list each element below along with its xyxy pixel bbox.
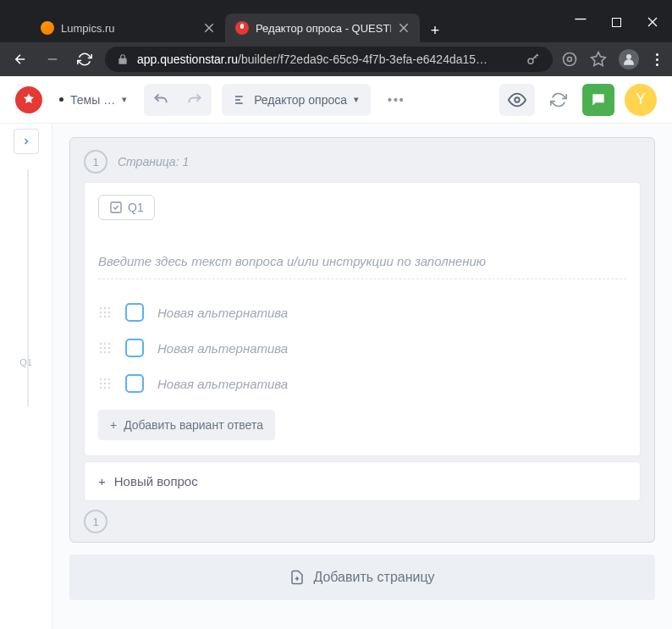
browser-menu-button[interactable] <box>651 53 664 66</box>
more-button[interactable]: ••• <box>381 93 412 107</box>
favicon-questionstar <box>235 21 249 35</box>
add-page-button[interactable]: Добавить страницу <box>69 555 655 600</box>
favicon-lumpics <box>41 21 54 35</box>
page-plus-icon <box>289 570 305 585</box>
window-close[interactable] <box>645 16 660 30</box>
editor-mode-dropdown[interactable]: Редактор опроса ▾ <box>222 84 371 116</box>
svg-point-30 <box>100 387 102 389</box>
svg-point-6 <box>100 307 102 309</box>
svg-point-32 <box>108 387 110 389</box>
svg-point-31 <box>104 387 106 389</box>
app-toolbar: Темы … ▾ Редактор опроса ▾ ••• Y <box>0 76 672 124</box>
sidebar-question-ref[interactable]: Q1 <box>19 357 32 367</box>
checkbox-input[interactable] <box>125 303 144 322</box>
redo-button[interactable] <box>178 84 212 116</box>
option-text[interactable]: Новая альтернатива <box>157 306 288 320</box>
add-option-button[interactable]: + Добавить вариант ответа <box>98 410 275 440</box>
answer-option[interactable]: Новая альтернатива <box>98 366 626 401</box>
svg-point-12 <box>100 316 102 317</box>
themes-label: Темы … <box>70 93 115 107</box>
sync-button[interactable] <box>545 86 572 113</box>
question-card[interactable]: Q1 Введите здесь текст вопроса и/или инс… <box>84 182 641 456</box>
window-controls: ─ <box>573 14 660 31</box>
nav-forward-button[interactable] <box>41 47 64 71</box>
svg-point-20 <box>108 347 110 349</box>
chevron-right-icon <box>21 136 31 146</box>
tab-title: Редактор опроса - QUESTIONST <box>256 22 391 35</box>
tab-close-icon[interactable] <box>203 22 215 34</box>
svg-point-16 <box>104 343 106 345</box>
svg-point-25 <box>104 378 106 380</box>
svg-point-3 <box>626 54 631 59</box>
question-prompt-input[interactable]: Введите здесь текст вопроса и/или инстру… <box>98 254 626 279</box>
chevron-down-icon: ▾ <box>354 94 359 105</box>
sidebar-expand-button[interactable] <box>14 129 39 154</box>
user-avatar[interactable]: Y <box>625 84 657 116</box>
svg-point-14 <box>108 316 110 317</box>
svg-point-1 <box>564 53 576 66</box>
nav-reload-button[interactable] <box>73 47 96 71</box>
preview-button[interactable] <box>499 84 535 116</box>
browser-tab[interactable]: Lumpics.ru <box>30 14 225 42</box>
profile-button[interactable] <box>619 49 639 69</box>
question-id-label: Q1 <box>128 201 144 214</box>
window-minimize[interactable]: ─ <box>573 10 588 28</box>
option-text[interactable]: Новая альтернатива <box>157 341 288 356</box>
sidebar: Q1 <box>0 124 52 629</box>
svg-point-24 <box>100 378 102 380</box>
new-question-label: Новый вопрос <box>114 474 198 488</box>
svg-point-22 <box>104 351 106 353</box>
svg-point-19 <box>104 347 106 349</box>
page-title[interactable]: Страница: 1 <box>118 155 189 168</box>
undo-button[interactable] <box>144 84 178 116</box>
tab-close-icon[interactable] <box>398 22 410 34</box>
extension-icon[interactable] <box>561 51 578 68</box>
option-text[interactable]: Новая альтернатива <box>157 377 288 391</box>
svg-point-0 <box>528 58 533 63</box>
answer-option[interactable]: Новая альтернатива <box>98 330 626 366</box>
url-field[interactable]: app.questionstar.ru/builder/f72eda9c-65c… <box>105 47 553 72</box>
url-text: app.questionstar.ru/builder/f72eda9c-65c… <box>137 52 517 66</box>
svg-point-11 <box>108 312 110 313</box>
svg-point-18 <box>100 347 102 349</box>
drag-handle-icon[interactable] <box>98 341 112 355</box>
address-bar: app.questionstar.ru/builder/f72eda9c-65c… <box>0 42 672 76</box>
svg-point-23 <box>108 351 110 353</box>
svg-point-26 <box>108 378 110 380</box>
svg-point-28 <box>104 383 106 384</box>
svg-point-2 <box>568 58 572 62</box>
svg-point-7 <box>104 307 106 309</box>
svg-point-21 <box>100 351 102 353</box>
window-maximize[interactable] <box>612 18 621 27</box>
svg-point-27 <box>100 383 102 384</box>
theme-dot-icon <box>59 97 63 102</box>
lock-icon <box>117 53 129 65</box>
key-icon[interactable] <box>526 52 541 67</box>
drag-handle-icon[interactable] <box>98 377 112 390</box>
plus-icon: + <box>110 418 117 432</box>
svg-point-4 <box>515 97 520 102</box>
drag-handle-icon[interactable] <box>98 306 112 319</box>
checkbox-input[interactable] <box>125 339 144 357</box>
list-icon <box>234 93 247 107</box>
svg-point-10 <box>104 312 106 313</box>
svg-point-15 <box>100 343 102 345</box>
new-question-button[interactable]: + Новый вопрос <box>84 461 641 501</box>
feedback-button[interactable] <box>582 84 614 116</box>
browser-tab-active[interactable]: Редактор опроса - QUESTIONST <box>225 14 420 42</box>
add-option-label: Добавить вариант ответа <box>124 418 263 432</box>
editor-label: Редактор опроса <box>254 93 347 107</box>
answer-option[interactable]: Новая альтернатива <box>98 295 626 330</box>
themes-dropdown[interactable]: Темы … ▾ <box>52 88 134 112</box>
checkbox-input[interactable] <box>125 374 144 393</box>
question-id-badge[interactable]: Q1 <box>98 195 155 220</box>
new-tab-button[interactable]: + <box>423 19 447 42</box>
svg-point-9 <box>100 312 102 313</box>
star-icon[interactable] <box>590 51 607 68</box>
svg-point-13 <box>104 316 106 317</box>
app-logo[interactable] <box>15 86 42 113</box>
sidebar-divider <box>27 169 29 406</box>
svg-point-8 <box>108 307 110 309</box>
nav-back-button[interactable] <box>8 47 32 71</box>
add-page-label: Добавить страницу <box>313 570 434 585</box>
